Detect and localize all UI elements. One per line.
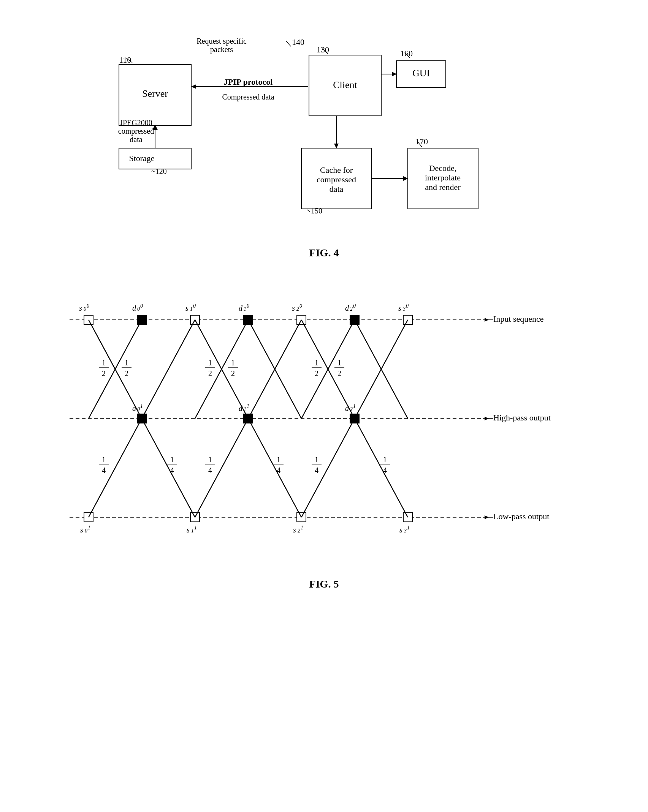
frac-half-2b: 2 — [125, 369, 128, 378]
frac-half-2: 1 — [125, 359, 128, 367]
label-s1-1-sup: 1 — [194, 525, 197, 531]
cache-line3: data — [329, 184, 343, 194]
jpeg2000-line2: compressed — [118, 127, 154, 136]
gui-label: GUI — [412, 68, 429, 79]
arrow-jpip — [191, 84, 196, 89]
frac-qtr-3b: 4 — [208, 466, 212, 474]
label-d1-0-sub: 1 — [244, 306, 246, 312]
label-s1-1: s — [187, 526, 190, 534]
jpeg2000-line3: data — [130, 135, 142, 144]
line-d11-s21 — [248, 419, 301, 517]
line-d01-s01 — [89, 419, 142, 517]
label-d0-1-sup: 1 — [140, 403, 143, 409]
svg-line-6 — [286, 41, 291, 46]
server-label: Server — [142, 88, 168, 99]
label-d0-0: d — [132, 304, 136, 312]
frac-half-1: 1 — [102, 359, 106, 367]
label-s0-1: s — [80, 526, 83, 534]
decode-line2: interpolate — [425, 173, 460, 182]
label-s0-0: s — [79, 304, 82, 312]
frac-qtr-2: 1 — [170, 455, 174, 464]
lowpass-label: Low-pass output — [493, 512, 549, 521]
frac-qtr-6b: 4 — [383, 466, 387, 474]
jpeg2000-line1: JPEG2000 — [120, 118, 152, 127]
label-s3-1-sub: 3 — [404, 528, 407, 534]
label-d2-0-sub: 2 — [350, 306, 353, 312]
label-s0-0-sup: 0 — [87, 303, 89, 309]
label-s0-1-sub: 0 — [85, 528, 87, 534]
frac-qtr-1b: 4 — [102, 466, 106, 474]
label-s3-0-sup: 0 — [406, 303, 409, 309]
label-s1-0: s — [185, 304, 189, 312]
line-s10-d01 — [142, 320, 195, 419]
jpip-label: JPIP protocol — [223, 77, 273, 87]
fig4-svg: 110 Server Storage ~120 JPEG2000 compres… — [96, 30, 552, 228]
label-s2-0-sup: 0 — [299, 303, 302, 309]
frac-qtr-6: 1 — [383, 455, 387, 464]
label-s1-0-sub: 1 — [190, 306, 193, 312]
fig5-diagram: Input sequence High-pass output Low-pass… — [23, 282, 625, 570]
highpass-arrow — [485, 417, 489, 420]
label-s2-1: s — [293, 526, 296, 534]
label-s2-0: s — [292, 304, 295, 312]
cache-line2: compressed — [317, 175, 356, 184]
label-s0-1-sup: 1 — [88, 525, 90, 531]
frac-qtr-2b: 4 — [170, 466, 174, 474]
compressed-label: Compressed data — [222, 93, 274, 101]
label-s0-0-sub: 0 — [84, 306, 86, 312]
frac-half-6: 1 — [337, 359, 341, 367]
request-line1: Request specific — [196, 37, 247, 46]
label-d2-0: d — [345, 304, 349, 312]
frac-half-4: 1 — [231, 359, 235, 367]
ref-110: 110 — [119, 55, 131, 65]
line-d21-s31 — [355, 419, 408, 517]
fig5-svg: Input sequence High-pass output Low-pass… — [58, 282, 590, 555]
line-d11-s11 — [195, 419, 248, 517]
lowpass-arrow — [485, 515, 489, 519]
label-d2-0-sup: 0 — [353, 303, 356, 309]
frac-qtr-5b: 4 — [315, 466, 318, 474]
label-d0-0-sub: 0 — [137, 306, 140, 312]
label-d1-1-sup: 1 — [247, 403, 249, 409]
svg-line-7 — [307, 210, 310, 212]
label-s3-0: s — [398, 304, 401, 312]
label-s3-1: s — [399, 526, 402, 534]
label-s3-0-sub: 3 — [402, 306, 406, 312]
ref-150: 150 — [311, 207, 322, 215]
request-line2: packets — [210, 45, 233, 54]
highpass-label: High-pass output — [493, 413, 551, 422]
storage-label: Storage — [129, 153, 154, 163]
frac-half-3b: 2 — [208, 369, 212, 378]
label-s2-1-sub: 2 — [298, 528, 300, 534]
ref-120: ~120 — [151, 167, 167, 175]
label-d0-0-sup: 0 — [140, 303, 143, 309]
frac-qtr-3: 1 — [208, 455, 212, 464]
input-seq-arrow — [485, 318, 489, 322]
label-s1-0-sup: 0 — [193, 303, 196, 309]
frac-qtr-4: 1 — [277, 455, 280, 464]
frac-half-5: 1 — [315, 359, 318, 367]
page: 110 Server Storage ~120 JPEG2000 compres… — [0, 0, 648, 812]
frac-half-5b: 2 — [315, 369, 318, 378]
frac-half-4b: 2 — [231, 369, 235, 378]
label-s1-1-sub: 1 — [191, 528, 194, 534]
label-s2-0-sub: 2 — [296, 306, 299, 312]
label-d2-1-sup: 1 — [353, 403, 356, 409]
input-seq-label: Input sequence — [493, 314, 544, 324]
frac-qtr-1: 1 — [102, 455, 106, 464]
frac-half-3: 1 — [208, 359, 212, 367]
decode-line1: Decode, — [429, 163, 456, 173]
fig5-label: FIG. 5 — [23, 578, 625, 590]
line-d21-s21 — [301, 419, 355, 517]
label-d1-0-sup: 0 — [247, 303, 249, 309]
line-d01-s11 — [142, 419, 195, 517]
fig4-diagram: 110 Server Storage ~120 JPEG2000 compres… — [23, 30, 625, 243]
label-s3-1-sup: 1 — [407, 525, 410, 531]
frac-qtr-5: 1 — [315, 455, 318, 464]
frac-qtr-4b: 4 — [277, 466, 280, 474]
client-label: Client — [333, 79, 357, 90]
label-d1-0: d — [239, 304, 243, 312]
frac-half-1b: 2 — [102, 369, 106, 378]
decode-line3: and render — [425, 182, 461, 192]
frac-half-6b: 2 — [337, 369, 341, 378]
